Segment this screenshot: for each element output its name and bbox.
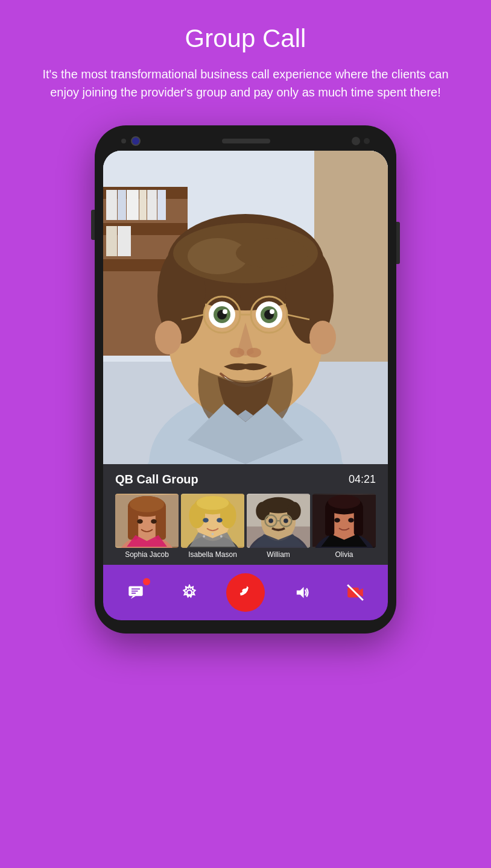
participant-item: Olivia [312,494,376,559]
call-info-top: QB Call Group 04:21 [115,473,376,486]
svg-rect-7 [118,190,126,220]
svg-rect-13 [118,226,131,256]
notification-dot [143,578,150,585]
svg-marker-98 [297,587,304,599]
svg-point-81 [284,518,288,523]
svg-rect-8 [127,190,139,220]
svg-point-41 [230,348,244,357]
speaker-bar [222,139,270,143]
participant-name-sophia: Sophia Jacob [115,550,179,559]
action-bar [103,565,388,620]
video-area [103,151,388,464]
svg-rect-10 [147,190,157,220]
participant-avatar-sophia [115,494,179,548]
svg-point-75 [256,502,270,521]
svg-rect-6 [106,190,117,220]
participant-name-william: William [247,550,310,559]
phone-screen: QB Call Group 04:21 [103,151,388,620]
page-subtitle: It's the most transformational business … [40,65,451,101]
svg-point-52 [137,519,143,524]
participants-row: Sophia Jacob [115,494,376,559]
svg-point-66 [212,533,214,535]
participant-name-isabella: Isabella Mason [181,550,244,559]
call-group-name: QB Call Group [115,473,198,486]
participant-avatar-william [247,494,310,548]
svg-point-32 [223,309,227,314]
caller-video [103,151,388,464]
svg-rect-89 [354,504,363,536]
svg-point-64 [217,518,223,523]
camera-dot-main [131,136,141,146]
svg-rect-11 [157,190,166,220]
camera-area [121,136,141,146]
svg-point-90 [328,495,360,509]
participant-item: Sophia Jacob [115,494,179,559]
svg-point-53 [151,519,157,524]
svg-rect-99 [347,588,359,597]
camera-dot-small [121,139,126,143]
call-info-bar: QB Call Group 04:21 [103,464,388,565]
speaker-icon [293,584,310,601]
participant-item: Isabella Mason [181,494,244,559]
camera-off-button[interactable] [338,576,372,609]
participant-avatar-olivia [312,494,376,548]
participant-name-olivia: Olivia [312,550,376,559]
svg-point-91 [334,518,340,523]
svg-point-26 [155,321,182,354]
svg-rect-88 [325,504,334,536]
sensor-dot-1 [352,137,360,145]
camera-off-icon [347,584,364,601]
svg-point-62 [197,496,229,510]
svg-point-63 [203,518,209,523]
sensor-dot-2 [364,138,370,144]
svg-point-42 [247,348,261,357]
phone-top-bar [103,136,388,146]
svg-point-67 [220,535,223,538]
svg-point-51 [130,496,164,512]
chat-button[interactable] [119,576,153,609]
svg-point-25 [236,238,308,268]
call-timer: 04:21 [349,473,376,486]
svg-point-65 [203,535,205,538]
svg-point-92 [348,518,354,523]
svg-point-76 [287,502,301,521]
svg-rect-9 [139,190,147,220]
chat-icon [127,584,144,601]
settings-button[interactable] [173,576,206,609]
settings-icon [181,584,198,601]
svg-rect-12 [106,226,117,256]
page-title: Group Call [185,24,306,53]
end-call-button[interactable] [226,573,265,612]
svg-point-37 [270,309,274,314]
svg-point-27 [309,321,336,354]
svg-point-80 [268,518,273,523]
participant-item: William [247,494,310,559]
speaker-button[interactable] [285,576,318,609]
end-call-icon [237,584,254,601]
participant-avatar-isabella [181,494,244,548]
camera-sensors [352,137,370,145]
phone-shell: QB Call Group 04:21 [95,125,396,634]
